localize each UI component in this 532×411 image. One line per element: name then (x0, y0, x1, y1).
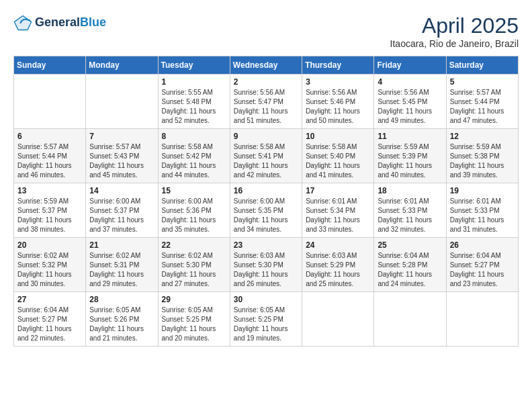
weekday-header: Wednesday (230, 56, 302, 75)
weekday-row: SundayMondayTuesdayWednesdayThursdayFrid… (14, 56, 519, 75)
day-info: Sunrise: 6:00 AMSunset: 5:35 PMDaylight:… (234, 197, 298, 234)
calendar-cell: 12Sunrise: 5:59 AMSunset: 5:38 PMDayligh… (446, 129, 518, 183)
day-number: 6 (17, 132, 82, 141)
calendar-cell: 11Sunrise: 5:59 AMSunset: 5:39 PMDayligh… (374, 129, 446, 183)
day-info: Sunrise: 5:56 AMSunset: 5:45 PMDaylight:… (378, 88, 442, 126)
day-number: 23 (234, 240, 298, 250)
calendar-week-row: 1Sunrise: 5:55 AMSunset: 5:48 PMDaylight… (14, 75, 519, 129)
day-number: 26 (450, 240, 515, 250)
day-number: 1 (162, 77, 226, 87)
day-number: 17 (306, 186, 370, 195)
day-info: Sunrise: 5:58 AMSunset: 5:42 PMDaylight:… (162, 142, 226, 180)
weekday-header: Thursday (302, 56, 374, 75)
calendar-cell: 8Sunrise: 5:58 AMSunset: 5:42 PMDaylight… (158, 129, 230, 183)
day-info: Sunrise: 5:58 AMSunset: 5:40 PMDaylight:… (306, 142, 370, 180)
calendar-week-row: 13Sunrise: 5:59 AMSunset: 5:37 PMDayligh… (14, 183, 519, 238)
day-info: Sunrise: 5:58 AMSunset: 5:41 PMDaylight:… (234, 142, 298, 180)
logo: GeneralBlue (13, 13, 106, 32)
logo-text: GeneralBlue (35, 16, 106, 30)
day-info: Sunrise: 5:57 AMSunset: 5:44 PMDaylight:… (450, 88, 515, 126)
day-info: Sunrise: 5:57 AMSunset: 5:44 PMDaylight:… (17, 142, 82, 180)
day-number: 14 (89, 186, 154, 195)
calendar-cell: 27Sunrise: 6:04 AMSunset: 5:27 PMDayligh… (14, 292, 86, 347)
calendar-header: SundayMondayTuesdayWednesdayThursdayFrid… (14, 56, 519, 75)
day-info: Sunrise: 6:05 AMSunset: 5:26 PMDaylight:… (89, 306, 154, 343)
day-info: Sunrise: 5:57 AMSunset: 5:43 PMDaylight:… (89, 142, 154, 180)
day-info: Sunrise: 5:55 AMSunset: 5:48 PMDaylight:… (162, 88, 226, 126)
calendar-cell (374, 292, 446, 347)
month-title: April 2025 (390, 13, 519, 38)
day-info: Sunrise: 6:01 AMSunset: 5:33 PMDaylight:… (450, 197, 515, 234)
calendar-cell: 6Sunrise: 5:57 AMSunset: 5:44 PMDaylight… (14, 129, 86, 183)
day-number: 10 (306, 132, 370, 141)
calendar-cell: 17Sunrise: 6:01 AMSunset: 5:34 PMDayligh… (302, 183, 374, 238)
weekday-header: Sunday (14, 56, 86, 75)
day-info: Sunrise: 6:04 AMSunset: 5:28 PMDaylight:… (378, 251, 442, 289)
day-number: 28 (89, 295, 154, 304)
calendar-cell: 3Sunrise: 5:56 AMSunset: 5:46 PMDaylight… (302, 75, 374, 129)
day-number: 30 (234, 295, 298, 304)
calendar-cell: 21Sunrise: 6:02 AMSunset: 5:31 PMDayligh… (86, 238, 158, 292)
title-block: April 2025 Itaocara, Rio de Janeiro, Bra… (390, 13, 519, 49)
day-number: 22 (162, 240, 226, 250)
calendar-cell: 22Sunrise: 6:02 AMSunset: 5:30 PMDayligh… (158, 238, 230, 292)
weekday-header: Friday (374, 56, 446, 75)
day-number: 16 (234, 186, 298, 195)
day-info: Sunrise: 6:04 AMSunset: 5:27 PMDaylight:… (17, 306, 82, 343)
calendar-cell: 2Sunrise: 5:56 AMSunset: 5:47 PMDaylight… (230, 75, 302, 129)
calendar-cell: 14Sunrise: 6:00 AMSunset: 5:37 PMDayligh… (86, 183, 158, 238)
day-info: Sunrise: 6:04 AMSunset: 5:27 PMDaylight:… (450, 251, 515, 289)
day-number: 8 (162, 132, 226, 141)
calendar-cell: 18Sunrise: 6:01 AMSunset: 5:33 PMDayligh… (374, 183, 446, 238)
weekday-header: Tuesday (158, 56, 230, 75)
calendar-cell (302, 292, 374, 347)
calendar-cell: 16Sunrise: 6:00 AMSunset: 5:35 PMDayligh… (230, 183, 302, 238)
calendar-cell: 13Sunrise: 5:59 AMSunset: 5:37 PMDayligh… (14, 183, 86, 238)
day-info: Sunrise: 5:56 AMSunset: 5:46 PMDaylight:… (306, 88, 370, 126)
calendar-cell (14, 75, 86, 129)
calendar-week-row: 27Sunrise: 6:04 AMSunset: 5:27 PMDayligh… (14, 292, 519, 347)
calendar-cell: 30Sunrise: 6:05 AMSunset: 5:25 PMDayligh… (230, 292, 302, 347)
day-number: 7 (89, 132, 154, 141)
day-number: 3 (306, 77, 370, 87)
calendar-cell: 15Sunrise: 6:00 AMSunset: 5:36 PMDayligh… (158, 183, 230, 238)
day-number: 13 (17, 186, 82, 195)
day-number: 9 (234, 132, 298, 141)
day-number: 18 (378, 186, 442, 195)
day-info: Sunrise: 6:02 AMSunset: 5:31 PMDaylight:… (89, 251, 154, 289)
day-number: 15 (162, 186, 226, 195)
day-info: Sunrise: 6:05 AMSunset: 5:25 PMDaylight:… (162, 306, 226, 343)
calendar-table: SundayMondayTuesdayWednesdayThursdayFrid… (13, 56, 519, 347)
calendar-cell: 24Sunrise: 6:03 AMSunset: 5:29 PMDayligh… (302, 238, 374, 292)
calendar-cell: 25Sunrise: 6:04 AMSunset: 5:28 PMDayligh… (374, 238, 446, 292)
calendar-cell: 20Sunrise: 6:02 AMSunset: 5:32 PMDayligh… (14, 238, 86, 292)
logo-icon (13, 13, 32, 32)
page-header: GeneralBlue April 2025 Itaocara, Rio de … (13, 13, 519, 49)
day-number: 27 (17, 295, 82, 304)
day-info: Sunrise: 6:01 AMSunset: 5:34 PMDaylight:… (306, 197, 370, 234)
day-number: 21 (89, 240, 154, 250)
calendar-cell (86, 75, 158, 129)
calendar-cell: 28Sunrise: 6:05 AMSunset: 5:26 PMDayligh… (86, 292, 158, 347)
day-info: Sunrise: 6:01 AMSunset: 5:33 PMDaylight:… (378, 197, 442, 234)
calendar-cell: 9Sunrise: 5:58 AMSunset: 5:41 PMDaylight… (230, 129, 302, 183)
location: Itaocara, Rio de Janeiro, Brazil (390, 38, 519, 49)
day-info: Sunrise: 6:02 AMSunset: 5:32 PMDaylight:… (17, 251, 82, 289)
weekday-header: Saturday (446, 56, 518, 75)
day-info: Sunrise: 6:03 AMSunset: 5:30 PMDaylight:… (234, 251, 298, 289)
calendar-cell: 1Sunrise: 5:55 AMSunset: 5:48 PMDaylight… (158, 75, 230, 129)
day-info: Sunrise: 5:59 AMSunset: 5:39 PMDaylight:… (378, 142, 442, 180)
day-number: 12 (450, 132, 515, 141)
calendar-cell: 5Sunrise: 5:57 AMSunset: 5:44 PMDaylight… (446, 75, 518, 129)
calendar-cell (446, 292, 518, 347)
day-number: 4 (378, 77, 442, 87)
weekday-header: Monday (86, 56, 158, 75)
calendar-cell: 10Sunrise: 5:58 AMSunset: 5:40 PMDayligh… (302, 129, 374, 183)
day-info: Sunrise: 5:59 AMSunset: 5:38 PMDaylight:… (450, 142, 515, 180)
day-info: Sunrise: 5:59 AMSunset: 5:37 PMDaylight:… (17, 197, 82, 234)
calendar-week-row: 6Sunrise: 5:57 AMSunset: 5:44 PMDaylight… (14, 129, 519, 183)
calendar-cell: 26Sunrise: 6:04 AMSunset: 5:27 PMDayligh… (446, 238, 518, 292)
calendar-cell: 29Sunrise: 6:05 AMSunset: 5:25 PMDayligh… (158, 292, 230, 347)
calendar-cell: 4Sunrise: 5:56 AMSunset: 5:45 PMDaylight… (374, 75, 446, 129)
day-info: Sunrise: 5:56 AMSunset: 5:47 PMDaylight:… (234, 88, 298, 126)
